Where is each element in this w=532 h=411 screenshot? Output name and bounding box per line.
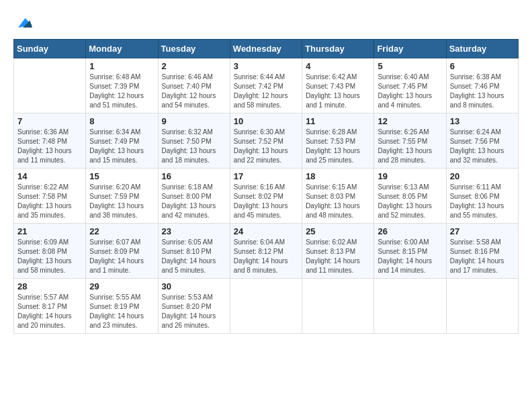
day-info: Sunrise: 6:07 AMSunset: 8:09 PMDaylight:… xyxy=(89,238,154,275)
day-cell xyxy=(14,58,86,113)
day-number: 13 xyxy=(450,116,515,126)
day-number: 11 xyxy=(306,116,370,126)
day-info: Sunrise: 6:18 AMSunset: 8:00 PMDaylight:… xyxy=(162,183,226,220)
day-number: 23 xyxy=(162,226,226,236)
weekday-header-wednesday: Wednesday xyxy=(230,40,302,58)
day-cell: 23Sunrise: 6:05 AMSunset: 8:10 PMDayligh… xyxy=(158,224,230,279)
day-number: 29 xyxy=(89,281,154,291)
day-cell: 19Sunrise: 6:13 AMSunset: 8:05 PMDayligh… xyxy=(374,169,446,224)
day-number: 16 xyxy=(162,171,226,181)
day-info: Sunrise: 6:32 AMSunset: 7:50 PMDaylight:… xyxy=(162,128,226,165)
day-number: 1 xyxy=(89,61,154,71)
day-cell: 18Sunrise: 6:15 AMSunset: 8:03 PMDayligh… xyxy=(302,169,374,224)
day-cell: 9Sunrise: 6:32 AMSunset: 7:50 PMDaylight… xyxy=(158,113,230,169)
weekday-header-monday: Monday xyxy=(86,40,158,58)
day-number: 19 xyxy=(378,171,442,181)
day-info: Sunrise: 6:09 AMSunset: 8:08 PMDaylight:… xyxy=(17,238,82,275)
day-info: Sunrise: 5:57 AMSunset: 8:17 PMDaylight:… xyxy=(17,293,82,330)
day-number: 8 xyxy=(89,116,154,126)
day-number: 30 xyxy=(162,281,226,291)
day-cell: 11Sunrise: 6:28 AMSunset: 7:53 PMDayligh… xyxy=(302,113,374,169)
day-cell: 26Sunrise: 6:00 AMSunset: 8:15 PMDayligh… xyxy=(374,224,446,279)
day-info: Sunrise: 6:44 AMSunset: 7:42 PMDaylight:… xyxy=(234,73,298,110)
day-cell: 22Sunrise: 6:07 AMSunset: 8:09 PMDayligh… xyxy=(86,224,158,279)
day-cell: 17Sunrise: 6:16 AMSunset: 8:02 PMDayligh… xyxy=(230,169,302,224)
weekday-header-friday: Friday xyxy=(374,40,446,58)
day-cell: 14Sunrise: 6:22 AMSunset: 7:58 PMDayligh… xyxy=(14,169,86,224)
day-info: Sunrise: 6:46 AMSunset: 7:40 PMDaylight:… xyxy=(162,73,226,110)
day-cell: 16Sunrise: 6:18 AMSunset: 8:00 PMDayligh… xyxy=(158,169,230,224)
day-cell: 8Sunrise: 6:34 AMSunset: 7:49 PMDaylight… xyxy=(86,113,158,169)
day-cell xyxy=(446,279,518,334)
day-info: Sunrise: 6:40 AMSunset: 7:45 PMDaylight:… xyxy=(378,73,442,110)
day-cell: 25Sunrise: 6:02 AMSunset: 8:13 PMDayligh… xyxy=(302,224,374,279)
day-cell: 4Sunrise: 6:42 AMSunset: 7:43 PMDaylight… xyxy=(302,58,374,113)
weekday-header-tuesday: Tuesday xyxy=(158,40,230,58)
day-info: Sunrise: 6:05 AMSunset: 8:10 PMDaylight:… xyxy=(162,238,226,275)
day-number: 24 xyxy=(234,226,298,236)
day-number: 4 xyxy=(306,61,370,71)
day-cell xyxy=(302,279,374,334)
day-info: Sunrise: 6:24 AMSunset: 7:56 PMDaylight:… xyxy=(450,128,515,165)
day-info: Sunrise: 6:42 AMSunset: 7:43 PMDaylight:… xyxy=(306,73,370,110)
day-info: Sunrise: 6:26 AMSunset: 7:55 PMDaylight:… xyxy=(378,128,442,165)
day-cell: 28Sunrise: 5:57 AMSunset: 8:17 PMDayligh… xyxy=(14,279,86,334)
weekday-header-saturday: Saturday xyxy=(446,40,518,58)
day-number: 12 xyxy=(378,116,442,126)
day-number: 25 xyxy=(306,226,370,236)
day-info: Sunrise: 6:48 AMSunset: 7:39 PMDaylight:… xyxy=(89,73,154,110)
day-cell: 3Sunrise: 6:44 AMSunset: 7:42 PMDaylight… xyxy=(230,58,302,113)
day-info: Sunrise: 6:20 AMSunset: 7:59 PMDaylight:… xyxy=(89,183,154,220)
day-number: 17 xyxy=(234,171,298,181)
day-info: Sunrise: 6:34 AMSunset: 7:49 PMDaylight:… xyxy=(89,128,154,165)
weekday-header-row: SundayMondayTuesdayWednesdayThursdayFrid… xyxy=(14,40,519,58)
week-row-5: 28Sunrise: 5:57 AMSunset: 8:17 PMDayligh… xyxy=(14,279,519,334)
day-cell: 21Sunrise: 6:09 AMSunset: 8:08 PMDayligh… xyxy=(14,224,86,279)
day-number: 7 xyxy=(17,116,82,126)
day-cell: 20Sunrise: 6:11 AMSunset: 8:06 PMDayligh… xyxy=(446,169,518,224)
day-cell: 30Sunrise: 5:53 AMSunset: 8:20 PMDayligh… xyxy=(158,279,230,334)
calendar: SundayMondayTuesdayWednesdayThursdayFrid… xyxy=(13,39,519,334)
weekday-header-thursday: Thursday xyxy=(302,40,374,58)
day-cell: 27Sunrise: 5:58 AMSunset: 8:16 PMDayligh… xyxy=(446,224,518,279)
day-number: 22 xyxy=(89,226,154,236)
logo xyxy=(13,13,35,32)
day-cell: 12Sunrise: 6:26 AMSunset: 7:55 PMDayligh… xyxy=(374,113,446,169)
day-cell: 24Sunrise: 6:04 AMSunset: 8:12 PMDayligh… xyxy=(230,224,302,279)
day-cell: 6Sunrise: 6:38 AMSunset: 7:46 PMDaylight… xyxy=(446,58,518,113)
week-row-4: 21Sunrise: 6:09 AMSunset: 8:08 PMDayligh… xyxy=(14,224,519,279)
day-number: 21 xyxy=(17,226,82,236)
day-number: 26 xyxy=(378,226,442,236)
header xyxy=(13,13,519,32)
day-cell: 15Sunrise: 6:20 AMSunset: 7:59 PMDayligh… xyxy=(86,169,158,224)
day-cell: 1Sunrise: 6:48 AMSunset: 7:39 PMDaylight… xyxy=(86,58,158,113)
day-info: Sunrise: 6:00 AMSunset: 8:15 PMDaylight:… xyxy=(378,238,442,275)
day-cell xyxy=(374,279,446,334)
day-number: 5 xyxy=(378,61,442,71)
day-number: 2 xyxy=(162,61,226,71)
day-number: 15 xyxy=(89,171,154,181)
day-info: Sunrise: 6:36 AMSunset: 7:48 PMDaylight:… xyxy=(17,128,82,165)
week-row-1: 1Sunrise: 6:48 AMSunset: 7:39 PMDaylight… xyxy=(14,58,519,113)
day-info: Sunrise: 6:15 AMSunset: 8:03 PMDaylight:… xyxy=(306,183,370,220)
day-info: Sunrise: 5:58 AMSunset: 8:16 PMDaylight:… xyxy=(450,238,515,275)
day-cell: 5Sunrise: 6:40 AMSunset: 7:45 PMDaylight… xyxy=(374,58,446,113)
day-cell: 29Sunrise: 5:55 AMSunset: 8:19 PMDayligh… xyxy=(86,279,158,334)
day-number: 28 xyxy=(17,281,82,291)
weekday-header-sunday: Sunday xyxy=(14,40,86,58)
day-info: Sunrise: 6:16 AMSunset: 8:02 PMDaylight:… xyxy=(234,183,298,220)
day-info: Sunrise: 6:38 AMSunset: 7:46 PMDaylight:… xyxy=(450,73,515,110)
day-info: Sunrise: 6:28 AMSunset: 7:53 PMDaylight:… xyxy=(306,128,370,165)
day-number: 3 xyxy=(234,61,298,71)
day-number: 9 xyxy=(162,116,226,126)
week-row-3: 14Sunrise: 6:22 AMSunset: 7:58 PMDayligh… xyxy=(14,169,519,224)
day-number: 6 xyxy=(450,61,515,71)
day-number: 20 xyxy=(450,171,515,181)
logo-icon xyxy=(13,13,32,32)
week-row-2: 7Sunrise: 6:36 AMSunset: 7:48 PMDaylight… xyxy=(14,113,519,169)
day-cell: 13Sunrise: 6:24 AMSunset: 7:56 PMDayligh… xyxy=(446,113,518,169)
day-cell: 7Sunrise: 6:36 AMSunset: 7:48 PMDaylight… xyxy=(14,113,86,169)
day-cell xyxy=(230,279,302,334)
day-number: 27 xyxy=(450,226,515,236)
day-info: Sunrise: 5:53 AMSunset: 8:20 PMDaylight:… xyxy=(162,293,226,330)
